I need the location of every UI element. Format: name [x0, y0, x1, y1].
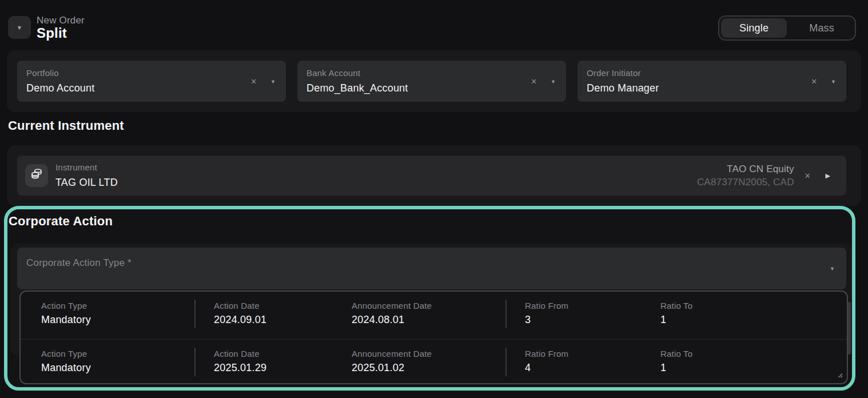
current-instrument-section: Instrument TAG OIL LTD TAO CN Equity CA8… — [7, 145, 861, 206]
portfolio-select[interactable]: Portfolio Demo Account ✕ ▼ — [17, 61, 286, 102]
chevron-down-icon[interactable]: ▼ — [270, 78, 276, 84]
ratio-to-header: Ratio To — [660, 301, 847, 311]
mode-single-button[interactable]: Single — [721, 18, 787, 38]
action-type-header: Action Type — [41, 301, 196, 311]
bank-account-select[interactable]: Bank Account Demo_Bank_Account ✕ ▼ — [297, 61, 566, 102]
ratio-to-value: 1 — [660, 362, 847, 374]
current-instrument-title: Current Instrument — [8, 118, 124, 133]
action-type-value: Mandatory — [41, 314, 196, 326]
chevron-down-icon[interactable]: ▼ — [830, 266, 835, 272]
corporate-action-options-dropdown: Action Type Mandatory Action Date 2024.0… — [19, 290, 848, 384]
bank-account-value: Demo_Bank_Account — [306, 82, 557, 94]
instrument-icon-box — [25, 164, 48, 187]
corporate-action-section: Corporate Action Corporate Action Type *… — [4, 206, 855, 391]
instrument-identifier: CA87377N2005, CAD — [697, 177, 794, 188]
action-type-header: Action Type — [41, 349, 196, 359]
new-order-page: ▼ New Order Split Single Mass Portfolio … — [0, 0, 868, 398]
order-kind-label: New Order — [37, 15, 85, 26]
chevron-down-icon[interactable]: ▼ — [551, 78, 556, 84]
instrument-name: TAG OIL LTD — [55, 177, 118, 189]
resize-grip-icon[interactable] — [837, 370, 843, 380]
instrument-field[interactable]: Instrument TAG OIL LTD TAO CN Equity CA8… — [17, 156, 846, 196]
ratio-from-header: Ratio From — [525, 349, 642, 359]
action-date-value: 2025.01.29 — [214, 362, 333, 374]
bank-account-label: Bank Account — [306, 68, 557, 78]
order-initiator-label: Order Initiator — [587, 68, 837, 78]
instrument-label: Instrument — [55, 162, 118, 172]
chevron-down-icon: ▼ — [17, 25, 22, 31]
corporate-action-title: Corporate Action — [9, 214, 113, 229]
announcement-date-header: Announcement Date — [352, 349, 507, 359]
action-date-header: Action Date — [214, 349, 333, 359]
clear-icon[interactable]: ✕ — [250, 77, 257, 86]
announcement-date-value: 2024.08.01 — [352, 314, 507, 326]
announcement-date-value: 2025.01.02 — [352, 362, 507, 374]
order-initiator-select[interactable]: Order Initiator Demo Manager ✕ ▼ — [578, 61, 846, 102]
clear-icon[interactable]: ✕ — [805, 172, 811, 180]
corporate-action-option[interactable]: Action Type Mandatory Action Date 2024.0… — [21, 292, 847, 339]
ratio-from-header: Ratio From — [525, 301, 642, 311]
ratio-from-value: 3 — [525, 314, 642, 326]
instrument-ticker: TAO CN Equity — [697, 164, 794, 175]
ratio-from-value: 4 — [525, 362, 642, 374]
order-mode-toggle: Single Mass — [718, 15, 856, 41]
order-initiator-value: Demo Manager — [587, 82, 837, 94]
chevron-down-icon[interactable]: ▼ — [831, 78, 836, 84]
action-date-value: 2024.09.01 — [214, 314, 333, 326]
mode-mass-button[interactable]: Mass — [789, 17, 855, 39]
ratio-to-header: Ratio To — [660, 349, 847, 359]
portfolio-value: Demo Account — [26, 82, 277, 94]
clear-icon[interactable]: ✕ — [531, 77, 537, 86]
action-date-header: Action Date — [214, 301, 333, 311]
corporate-action-option[interactable]: Action Type Mandatory Action Date 2025.0… — [21, 339, 847, 384]
portfolio-label: Portfolio — [26, 68, 277, 78]
ratio-to-value: 1 — [660, 314, 847, 326]
caret-right-icon[interactable]: ▶ — [826, 172, 830, 180]
corporate-action-type-select[interactable]: Corporate Action Type * ▼ — [17, 248, 846, 289]
collapse-order-button[interactable]: ▼ — [8, 16, 31, 39]
action-type-value: Mandatory — [41, 362, 196, 374]
order-type-title: Split — [37, 25, 67, 41]
order-context-bar: Portfolio Demo Account ✕ ▼ Bank Account … — [7, 50, 861, 112]
clear-icon[interactable]: ✕ — [811, 77, 817, 86]
announcement-date-header: Announcement Date — [352, 301, 507, 311]
corporate-action-type-placeholder: Corporate Action Type * — [26, 257, 837, 269]
coins-stack-icon — [29, 167, 44, 184]
